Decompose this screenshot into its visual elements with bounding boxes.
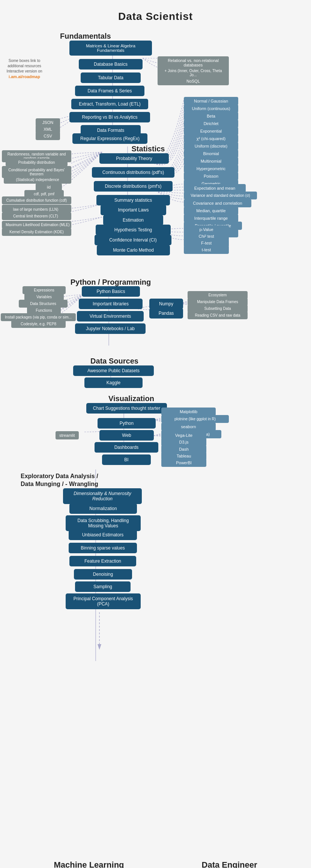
node-median: Median, quartile [184,207,238,215]
node-clt: Central limit theorem (CLT) [4,212,68,220]
node-pandas[interactable]: Pandas [149,308,183,319]
node-variance: Variance and standard deviation (σ) [184,192,257,199]
node-streamlit[interactable]: streamlit [56,431,79,439]
node-matrices[interactable]: Matrices & Linear Algebra Fundamentals [69,41,152,56]
node-denoising[interactable]: Denoising [74,569,132,580]
node-jupyter[interactable]: Jupyter Notebooks / Lab [75,323,146,334]
node-chart-suggestions[interactable]: Chart Suggestions thought starter [86,403,167,414]
node-dirichlet: Dirichlet [184,119,238,128]
sidebar-note: Some boxes link to additional resources … [4,58,45,80]
node-dataframes[interactable]: Data Frames & Series [75,86,144,96]
node-matplotlib: Matplotlib [161,408,216,416]
node-python-basics[interactable]: Python Basics [82,286,140,297]
node-feature-extraction[interactable]: Feature Extraction [69,556,136,566]
bottom-data-engineer: Data Engineer [202,860,257,868]
node-etl[interactable]: Extract, Transform, Load (ETL) [71,99,148,109]
section-fundamentals: Fundamentals [60,32,111,40]
node-monte-carlo[interactable]: Monte Carlo Method [97,245,170,255]
node-vis-bi[interactable]: BI [102,454,151,465]
node-ttest: t-test [184,246,229,254]
node-dim-reduction[interactable]: Dimensionality & Numerosity Reduction [63,488,142,504]
node-powerbi: PowerBI [161,459,206,467]
node-chi-squared: χ² (chi-squared) [184,134,238,143]
node-uniform-cont: Uniform (continuous) [184,104,238,113]
node-iqr: Interquartile range [184,214,238,222]
node-plotnine: plotnine (like ggplot in R) [161,415,229,423]
node-beta: Beta [184,112,238,120]
node-hypergeometric: Hypergeometric [184,165,238,173]
node-continuous[interactable]: Continuous distributions (pdf's) [92,167,174,178]
node-mle: Maximum Likelihood Estimation (MLE) [2,221,71,229]
node-tabular[interactable]: Tabular Data [81,72,141,83]
node-important-libs[interactable]: Important libraries [79,299,143,309]
node-prob-left-1: Probability distribution [6,159,68,166]
section-data-sources: Data Sources [90,357,138,365]
node-prob-theory[interactable]: Probability Theory [99,153,169,164]
node-normalization[interactable]: Normalization [69,503,137,514]
node-kaggle[interactable]: Kaggle [84,377,143,388]
node-summary[interactable]: Summary statistics [96,195,170,205]
node-binning[interactable]: Binning sparse values [69,543,137,553]
node-vis-web[interactable]: Web [99,430,154,441]
node-confidence[interactable]: Confidence Interval (CI) [95,235,171,245]
node-vis-python[interactable]: Python [98,418,156,429]
node-nosql[interactable]: NoSQL [158,77,229,85]
node-uniform-disc: Uniform (discrete) [184,142,238,150]
node-estimation[interactable]: Estimation [103,215,163,225]
node-pca[interactable]: Principal Component Analysis (PCA) [66,593,141,609]
node-vis-dashboards[interactable]: Dashboards [95,442,158,453]
node-covariance: Covariance and correlation [184,199,251,207]
node-expectation: Expectation and mean [184,184,246,192]
node-regex[interactable]: Regular Expressions (RegEx) [72,133,147,144]
bottom-machine-learning: Machine Learning [54,860,124,868]
node-awesome-datasets[interactable]: Awesome Public Datasets [73,365,154,376]
node-prob-left-6: Cumulative distribution function (cdf) [2,196,71,204]
node-seaborn: seaborn [161,423,216,431]
node-database-basics[interactable]: Database Basics [79,59,143,69]
node-normal: Normal / Gaussian [184,97,238,105]
node-codestyle: Codestyle, e.g. PEP8 [11,320,66,328]
node-data-scrubbing[interactable]: Data Scrubbing, Handling Missing Values [66,515,141,531]
node-kde: Kernel Density Estimation (KDE) [2,228,71,236]
node-reading-csv: Reading CSV and raw data [188,311,248,319]
svg-marker-7 [98,644,101,650]
section-eda: Exploratory Data Analysis / Data Munging… [21,473,98,487]
node-poisson: Poisson [184,172,238,180]
node-sampling[interactable]: Sampling [75,581,131,592]
main-title: Data Scientist [118,0,193,22]
node-exponential: Exponential [184,127,238,135]
node-reporting[interactable]: Reporting vs BI vs Analytics [69,112,150,122]
node-hypo-testing[interactable]: Hypothesis Testing [96,225,171,235]
node-binomial: Binomial [184,149,238,158]
node-prob-left-3: (Statistical) independence [4,176,71,184]
node-important-laws[interactable]: Important Laws [101,205,166,215]
node-virtual-env[interactable]: Virtual Environments [77,311,144,322]
node-discrete[interactable]: Discrete distributions (pmf's) [94,181,173,192]
section-python: Python / Programming [71,278,151,286]
node-unbiased[interactable]: Unbiased Estimators [69,530,137,540]
node-multinomial: Multinomial [184,157,238,165]
section-statistics: Statistics [132,145,165,153]
section-visualization: Visualization [108,394,154,403]
node-numpy[interactable]: Numpy [149,299,183,309]
node-csv[interactable]: CSV [36,132,60,140]
